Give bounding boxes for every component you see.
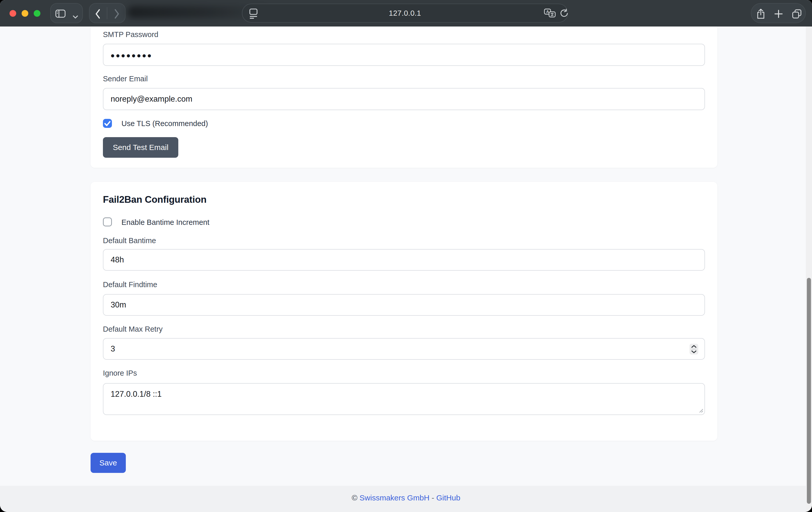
chevron-down-icon bbox=[73, 16, 78, 19]
default-max-retry-label: Default Max Retry bbox=[103, 325, 163, 334]
smtp-password-label: SMTP Password bbox=[103, 30, 158, 39]
ignore-ips-textarea[interactable]: 127.0.0.1/8 ::1 bbox=[103, 383, 705, 415]
enable-bantime-increment-label: Enable Bantime Increment bbox=[121, 218, 209, 227]
nav-divider bbox=[107, 7, 107, 19]
tab-overview-icon[interactable] bbox=[792, 9, 802, 19]
save-button[interactable]: Save bbox=[91, 453, 126, 473]
default-findtime-input[interactable] bbox=[103, 294, 705, 316]
sidebar-toggle-group[interactable] bbox=[50, 3, 83, 23]
toolbar-actions-group bbox=[751, 3, 806, 23]
forward-button[interactable] bbox=[114, 9, 120, 19]
translate-icon[interactable]: A bbox=[544, 8, 556, 19]
footer-text: © Swissmakers GmbH - GitHub bbox=[0, 493, 812, 502]
resize-handle-icon[interactable] bbox=[698, 408, 703, 413]
close-window-button[interactable] bbox=[9, 10, 16, 17]
minimize-window-button[interactable] bbox=[22, 10, 28, 17]
enable-bantime-increment-checkbox[interactable] bbox=[103, 218, 112, 226]
sidebar-icon bbox=[55, 9, 66, 18]
share-icon[interactable] bbox=[755, 8, 766, 20]
address-bar[interactable]: 127.0.0.1 A bbox=[242, 4, 568, 23]
browser-window: 127.0.0.1 A bbox=[0, 0, 812, 512]
default-bantime-label: Default Bantime bbox=[103, 236, 156, 245]
number-stepper[interactable] bbox=[690, 344, 698, 354]
smtp-password-input[interactable] bbox=[103, 44, 705, 66]
company-link[interactable]: Swissmakers GmbH bbox=[359, 493, 429, 502]
scrollbar-thumb[interactable] bbox=[807, 278, 811, 504]
default-bantime-input[interactable] bbox=[103, 249, 705, 271]
use-tls-checkbox[interactable] bbox=[103, 119, 112, 128]
fail2ban-title: Fail2Ban Configuration bbox=[103, 194, 207, 205]
sender-email-label: Sender Email bbox=[103, 75, 148, 83]
copyright-symbol: © bbox=[352, 493, 357, 502]
checkmark-icon bbox=[103, 119, 112, 128]
history-nav-group bbox=[89, 3, 125, 23]
url-text: 127.0.0.1 bbox=[242, 4, 568, 22]
smtp-settings-card: SMTP Password Sender Email Use TLS (Reco… bbox=[91, 27, 717, 168]
stepper-arrows-icon bbox=[690, 344, 698, 354]
sender-email-input[interactable] bbox=[103, 88, 705, 110]
svg-text:A: A bbox=[546, 9, 549, 13]
reload-icon[interactable] bbox=[559, 9, 569, 18]
back-button[interactable] bbox=[95, 9, 101, 19]
default-findtime-label: Default Findtime bbox=[103, 280, 157, 289]
ignore-ips-label: Ignore IPs bbox=[103, 369, 137, 377]
page-footer: © Swissmakers GmbH - GitHub bbox=[0, 486, 812, 512]
github-link[interactable]: GitHub bbox=[436, 493, 460, 502]
new-tab-icon[interactable] bbox=[774, 9, 783, 19]
browser-toolbar: 127.0.0.1 A bbox=[0, 0, 812, 27]
send-test-email-button[interactable]: Send Test Email bbox=[103, 137, 178, 158]
use-tls-label: Use TLS (Recommended) bbox=[121, 119, 208, 128]
zoom-window-button[interactable] bbox=[34, 10, 40, 17]
default-max-retry-input[interactable] bbox=[103, 338, 705, 360]
footer-separator: - bbox=[432, 493, 434, 502]
fail2ban-config-card: Fail2Ban Configuration Enable Bantime In… bbox=[91, 182, 717, 441]
